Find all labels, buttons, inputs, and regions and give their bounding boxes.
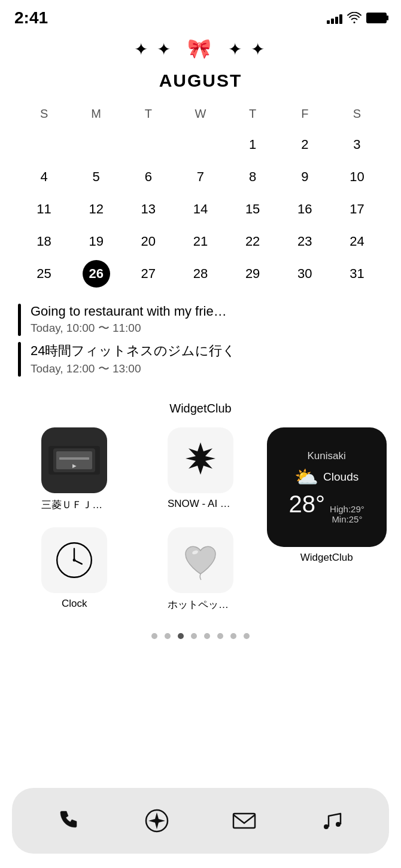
weather-low: Min:25° (330, 514, 364, 524)
cal-day-13[interactable]: 13 (127, 196, 169, 222)
dot-7[interactable] (230, 633, 236, 639)
event-1[interactable]: Going to restaurant with my frie… Today,… (18, 304, 383, 336)
dot-1[interactable] (151, 633, 157, 639)
cal-day-empty4[interactable] (180, 132, 221, 158)
dock-mail[interactable] (224, 800, 265, 841)
signal-icon (327, 12, 342, 24)
dot-6[interactable] (217, 633, 223, 639)
cal-day-29[interactable]: 29 (232, 261, 274, 287)
cal-day-4[interactable]: 4 (23, 164, 65, 190)
cal-day-22[interactable]: 22 (232, 228, 274, 255)
dot-5[interactable] (204, 633, 210, 639)
cal-day-empty3[interactable] (127, 132, 169, 158)
cal-header-F: F (284, 102, 326, 126)
cal-day-5[interactable]: 5 (75, 164, 117, 190)
cal-day-9[interactable]: 9 (284, 164, 326, 190)
event-time-1: Today, 10:00 〜 11:00 (31, 320, 383, 336)
event-title-1: Going to restaurant with my frie… (31, 304, 383, 319)
cal-day-empty2[interactable] (75, 132, 117, 158)
cal-day-19[interactable]: 19 (75, 228, 117, 255)
cal-day-23[interactable]: 23 (284, 228, 326, 255)
svg-marker-11 (148, 812, 165, 829)
calendar-section: AUGUST S M T W T F S 1 2 3 4 5 6 7 8 (0, 65, 401, 299)
status-time: 2:41 (14, 8, 48, 27)
app-weather-widget[interactable]: Kunisaki ⛅ Clouds 28° High:29° Min:25° W… (266, 423, 387, 616)
svg-text:▶: ▶ (72, 463, 77, 469)
dot-3[interactable] (178, 633, 184, 639)
snow-label: SNOW - AI Pr... (168, 498, 233, 510)
cal-day-21[interactable]: 21 (180, 228, 221, 255)
calendar-header-row: S M T W T F S (18, 102, 383, 126)
weather-condition: Clouds (323, 470, 359, 484)
dot-8[interactable] (244, 633, 250, 639)
heart-icon (180, 539, 221, 581)
event-content-2: 24時間フィットネスのジムに行く Today, 12:00 〜 13:00 (31, 342, 383, 377)
cal-day-3[interactable]: 3 (336, 132, 378, 158)
events-section: Going to restaurant with my frie… Today,… (0, 299, 401, 392)
cal-day-1[interactable]: 1 (232, 132, 274, 158)
calendar-month: AUGUST (18, 71, 383, 91)
cal-day-27[interactable]: 27 (127, 261, 169, 287)
bank-icon-wrapper: ▶ (41, 427, 107, 493)
weather-widget: Kunisaki ⛅ Clouds 28° High:29° Min:25° (267, 427, 387, 547)
status-bar: 2:41 (0, 0, 401, 29)
weather-high: High:29° (330, 504, 364, 514)
clock-label: Clock (62, 598, 87, 610)
cal-header-T1: T (127, 102, 169, 126)
event-2[interactable]: 24時間フィットネスのジムに行く Today, 12:00 〜 13:00 (18, 342, 383, 377)
cal-day-20[interactable]: 20 (127, 228, 169, 255)
cal-day-11[interactable]: 11 (23, 196, 65, 222)
dot-4[interactable] (191, 633, 197, 639)
dock-phone[interactable] (50, 800, 90, 841)
cal-header-S1: S (23, 102, 65, 126)
cal-day-18[interactable]: 18 (23, 228, 65, 255)
cal-day-16[interactable]: 16 (284, 196, 326, 222)
dot-2[interactable] (165, 633, 171, 639)
cal-day-28[interactable]: 28 (180, 261, 221, 287)
app-clock[interactable]: Clock (14, 522, 135, 616)
cal-day-15[interactable]: 15 (232, 196, 274, 222)
dock-safari[interactable] (136, 800, 177, 841)
cal-day-2[interactable]: 2 (284, 132, 326, 158)
snow-icon-wrapper (168, 427, 233, 493)
event-bar-2 (18, 342, 21, 377)
app-grid: ▶ 三菱ＵＦＪ銀行 SNOW - AI Pr... Kunisaki ⛅ Clo… (0, 423, 401, 616)
clock-icon-wrapper (41, 527, 107, 593)
widgetclub-section-label: WidgetClub (0, 392, 401, 423)
weather-cloud-icon: ⛅ (294, 466, 318, 488)
cal-week-5: 25 26 27 28 29 30 31 (18, 261, 383, 287)
cal-day-10[interactable]: 10 (336, 164, 378, 190)
cal-header-W: W (180, 102, 221, 126)
hotpepper-icon-wrapper (168, 527, 233, 593)
cal-day-14[interactable]: 14 (180, 196, 221, 222)
battery-icon (366, 13, 387, 23)
cal-day-26[interactable]: 26 (75, 261, 117, 287)
app-snow[interactable]: SNOW - AI Pr... (141, 423, 261, 516)
cal-week-1: 1 2 3 (18, 132, 383, 158)
cal-day-25[interactable]: 25 (23, 261, 65, 287)
svg-rect-2 (59, 457, 89, 460)
cal-day-31[interactable]: 31 (336, 261, 378, 287)
event-content-1: Going to restaurant with my frie… Today,… (31, 304, 383, 336)
cal-day-empty1[interactable] (23, 132, 65, 158)
cal-day-6[interactable]: 6 (127, 164, 169, 190)
cal-day-30[interactable]: 30 (284, 261, 326, 287)
cal-day-24[interactable]: 24 (336, 228, 378, 255)
cal-day-17[interactable]: 17 (336, 196, 378, 222)
event-time-2: Today, 12:00 〜 13:00 (31, 361, 383, 377)
cal-day-8[interactable]: 8 (232, 164, 274, 190)
svg-point-8 (73, 559, 76, 562)
app-bank[interactable]: ▶ 三菱ＵＦＪ銀行 (14, 423, 135, 516)
page-dots (0, 616, 401, 651)
cal-day-7[interactable]: 7 (180, 164, 221, 190)
app-hotpepper[interactable]: ホットペッパーb (141, 522, 261, 616)
bank-label: 三菱ＵＦＪ銀行 (41, 498, 107, 512)
dock-music[interactable] (311, 800, 351, 841)
cal-day-12[interactable]: 12 (75, 196, 117, 222)
snow-icon (183, 439, 218, 481)
cal-week-4: 18 19 20 21 22 23 24 (18, 228, 383, 255)
svg-marker-4 (186, 442, 215, 475)
weather-temp: 28° (289, 491, 326, 518)
calendar-grid: S M T W T F S 1 2 3 4 5 6 7 8 9 10 (18, 102, 383, 287)
svg-point-13 (324, 824, 329, 829)
